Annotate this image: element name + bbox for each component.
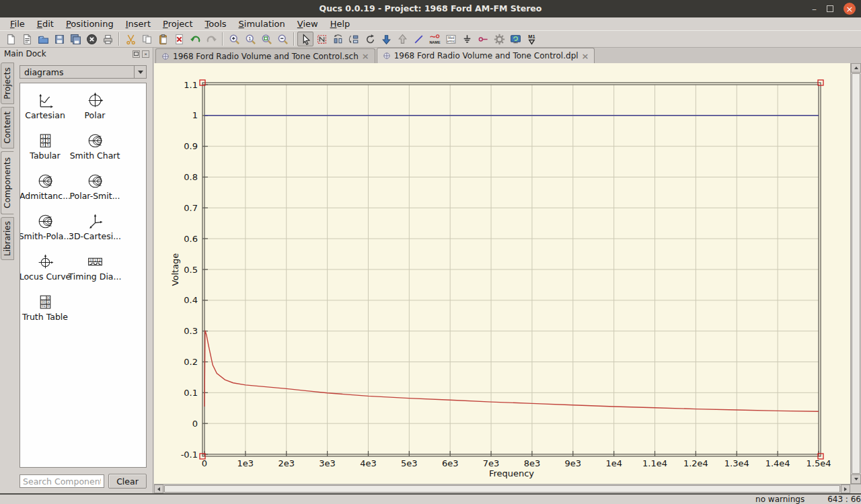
close-button[interactable]: ×: [844, 3, 856, 15]
toolbar-separator: [222, 32, 223, 46]
insert-ground-button[interactable]: [459, 32, 475, 46]
component-polar[interactable]: Polar: [70, 89, 120, 129]
view-all-icon: [261, 34, 272, 45]
y-tick-label: 0.4: [184, 295, 198, 305]
cut-button[interactable]: [122, 32, 139, 46]
vertical-scrollbar[interactable]: [850, 63, 861, 484]
redo-button[interactable]: [203, 32, 219, 46]
menu-edit[interactable]: Edit: [31, 17, 60, 30]
scroll-down-button[interactable]: [851, 474, 861, 484]
smith-chart-icon: [86, 132, 104, 150]
component-locus-curve[interactable]: Locus Curve: [20, 250, 70, 290]
component-cartesian[interactable]: Cartesian: [20, 89, 70, 129]
menu-file[interactable]: File: [4, 17, 31, 30]
minimize-button[interactable]: –: [812, 5, 817, 12]
close-document-button[interactable]: [83, 32, 100, 46]
cartesian-diagram[interactable]: -0.100.10.20.30.40.50.60.70.80.911.101e3…: [154, 63, 850, 484]
menu-positioning[interactable]: Positioning: [60, 17, 120, 30]
new-text-document-button[interactable]: [19, 32, 35, 46]
save-all-documents-button[interactable]: [67, 32, 83, 46]
pop-out-of-subcircuit-icon: [397, 34, 408, 45]
insert-port-button[interactable]: [475, 32, 491, 46]
x-tick-label: 1.1e4: [642, 458, 667, 468]
insert-wire-label-button[interactable]: [426, 32, 443, 46]
insert-ground-icon: [461, 34, 473, 45]
open-document-button[interactable]: [35, 32, 51, 46]
dock-header[interactable]: Main Dock ×: [0, 48, 153, 60]
pop-out-of-subcircuit-button[interactable]: [394, 32, 410, 46]
print-document-button[interactable]: [100, 32, 116, 46]
go-into-subcircuit-button[interactable]: [378, 32, 394, 46]
dock-tab-label: Libraries: [3, 221, 12, 256]
save-document-button[interactable]: [51, 32, 67, 46]
copy-icon: [141, 34, 153, 45]
mirror-about-y-axis-button[interactable]: [346, 32, 362, 46]
tab-close-icon[interactable]: ×: [362, 52, 369, 60]
new-document-button[interactable]: [3, 32, 19, 46]
paste-button[interactable]: [155, 32, 171, 46]
menu-insert[interactable]: Insert: [120, 17, 157, 30]
maximize-button[interactable]: [827, 5, 833, 12]
schematic-canvas[interactable]: -0.100.10.20.30.40.50.60.70.80.911.101e3…: [154, 63, 850, 484]
component-tabular[interactable]: Tabular: [20, 129, 70, 169]
document-icon: [161, 52, 170, 60]
scroll-left-button[interactable]: [154, 485, 163, 493]
scroll-up-button[interactable]: [851, 63, 861, 73]
scroll-right-button[interactable]: [841, 485, 850, 493]
menu-help[interactable]: Help: [324, 17, 357, 30]
insert-wire-button[interactable]: [410, 32, 426, 46]
view-data-display-button[interactable]: [507, 32, 523, 46]
set-marker-button[interactable]: [523, 32, 539, 46]
menu-project[interactable]: Project: [157, 17, 199, 30]
component-smith-chart[interactable]: Smith Chart: [70, 129, 120, 169]
zoom-in-button[interactable]: [226, 32, 242, 46]
dock-close-button[interactable]: ×: [142, 50, 149, 58]
component-truth-table[interactable]: Truth Table: [20, 290, 70, 331]
undo-button[interactable]: [187, 32, 203, 46]
go-into-subcircuit-icon: [381, 34, 392, 45]
menu-view[interactable]: View: [291, 17, 324, 30]
close-icon: ×: [144, 51, 147, 57]
zoom-out-button[interactable]: [274, 32, 291, 46]
component-label: Polar: [84, 110, 105, 120]
rotate-button[interactable]: [362, 32, 378, 46]
component-timing-dia[interactable]: Timing Dia...: [70, 250, 120, 290]
horizontal-scroll-thumb[interactable]: [164, 485, 840, 493]
dock-tab-projects[interactable]: Projects: [1, 62, 14, 104]
dock-tab-label: Components: [3, 157, 12, 208]
mirror-about-x-axis-button[interactable]: [330, 32, 346, 46]
x-tick-label: 6e3: [442, 458, 459, 468]
delete-button[interactable]: [171, 32, 187, 46]
document-tab-sch[interactable]: 1968 Ford Radio Volume and Tone Control.…: [155, 48, 375, 63]
horizontal-scrollbar[interactable]: [154, 484, 850, 493]
tab-close-icon[interactable]: ×: [582, 52, 589, 60]
dock-tab-libraries[interactable]: Libraries: [1, 217, 14, 260]
vertical-scroll-thumb[interactable]: [852, 73, 860, 474]
close-document-icon: [86, 34, 98, 45]
search-input[interactable]: [20, 474, 104, 488]
dock-tab-components[interactable]: Components: [1, 151, 14, 214]
clear-button[interactable]: Clear: [108, 474, 147, 489]
select-button[interactable]: [297, 32, 313, 46]
tabular-icon: [36, 132, 54, 150]
simulate-button[interactable]: [491, 32, 507, 46]
document-tab-dpl[interactable]: 1968 Ford Radio Volume and Tone Control.…: [377, 48, 595, 63]
component-smith-pola[interactable]: Smith-Pola...: [20, 210, 70, 250]
dock-tab-content[interactable]: Content: [1, 107, 14, 149]
component-admittanc[interactable]: Admittanc...: [20, 169, 70, 210]
component-category-dropdown[interactable]: diagrams: [20, 65, 147, 79]
menu-tools[interactable]: Tools: [199, 17, 233, 30]
qucs-window: Qucs 0.0.19 - Project: 1968 Ford AM-FM S…: [0, 0, 861, 504]
menu-simulation[interactable]: Simulation: [233, 17, 291, 30]
view-all-button[interactable]: [258, 32, 274, 46]
move-component-text-button[interactable]: [313, 32, 330, 46]
scrollbar-corner: [850, 484, 861, 493]
zoom-one-to-one-button[interactable]: [242, 32, 258, 46]
component-3d-cartesi[interactable]: 3D-Cartesi...: [70, 210, 120, 250]
component-polar-smit[interactable]: Polar-Smit...: [70, 169, 120, 210]
copy-button[interactable]: [139, 32, 155, 46]
mirror-about-y-axis-icon: [348, 34, 360, 45]
series-tone-control-output: [204, 331, 819, 412]
insert-equation-button[interactable]: [443, 32, 459, 46]
dock-float-button[interactable]: [133, 50, 140, 58]
